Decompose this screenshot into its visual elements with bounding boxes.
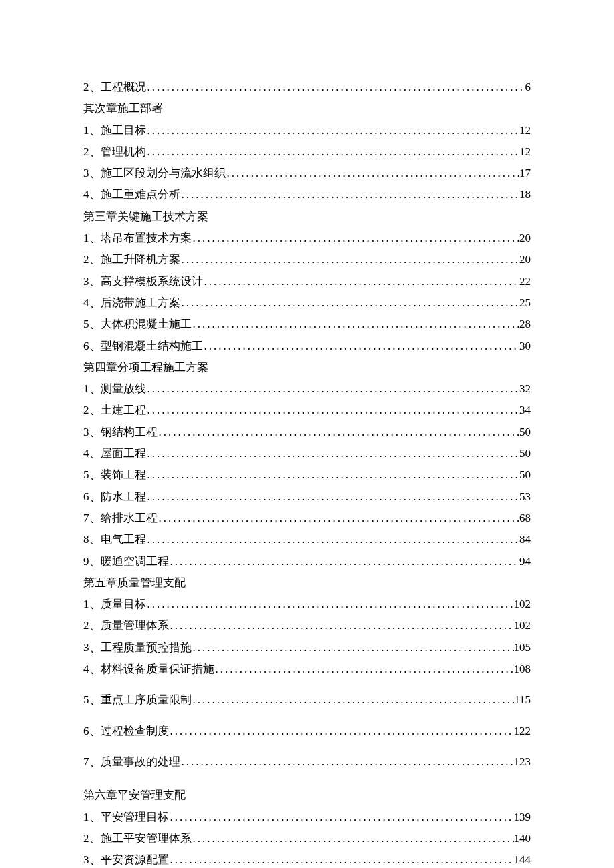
toc-entry: 4、后浇带施工方案25 xyxy=(83,292,531,314)
toc-dots xyxy=(146,400,520,421)
toc-entry: 6、防水工程53 xyxy=(83,486,531,508)
toc-entry: 3、施工区段划分与流水组织17 xyxy=(83,163,531,184)
toc-entry-page: 28 xyxy=(519,314,531,335)
toc-entry-page: 50 xyxy=(519,422,531,443)
toc-entry-page: 84 xyxy=(519,529,531,550)
toc-dots xyxy=(169,615,514,636)
toc-entry-page: 18 xyxy=(519,184,531,205)
toc-entry: 4、施工重难点分析18 xyxy=(83,184,531,205)
toc-entry: 1、平安管理目标139 xyxy=(83,807,531,828)
toc-dots xyxy=(180,184,520,205)
toc-entry: 3、平安资源配置144 xyxy=(83,849,531,868)
toc-dots xyxy=(146,594,514,615)
toc-entry-page: 6 xyxy=(525,77,531,98)
toc-entry: 6、型钢混凝土结构施工30 xyxy=(83,336,531,357)
toc-entry-page: 25 xyxy=(519,292,531,314)
toc-entry: 2、施工平安管理体系140 xyxy=(83,828,531,849)
toc-entry-page: 68 xyxy=(519,508,531,529)
toc-entry-label: 5、装饰工程 xyxy=(83,464,146,486)
toc-entry: 1、质量目标102 xyxy=(83,594,531,615)
toc-entry-label: 2、工程概况 xyxy=(83,77,146,98)
toc-entry-page: 53 xyxy=(519,486,531,508)
toc-dots xyxy=(146,464,520,486)
toc-entry-page: 140 xyxy=(514,828,531,849)
toc-dots xyxy=(146,378,520,400)
toc-dots xyxy=(146,77,525,98)
toc-dots xyxy=(169,849,514,868)
toc-entry-label: 3、工程质量预控措施 xyxy=(83,637,192,659)
toc-entry-page: 50 xyxy=(519,443,531,464)
toc-entry: 5、大体积混凝土施工28 xyxy=(83,314,531,335)
toc-section-heading: 第五章质量管理支配 xyxy=(83,572,531,594)
toc-entry-page: 12 xyxy=(519,120,531,141)
toc-entry-label: 2、施工平安管理体系 xyxy=(83,828,192,849)
toc-dots xyxy=(180,751,514,773)
toc-entry-label: 7、给排水工程 xyxy=(83,508,158,529)
toc-dots xyxy=(192,637,514,659)
toc-entry-page: 105 xyxy=(514,637,531,659)
toc-dots xyxy=(192,828,514,849)
toc-entry-page: 108 xyxy=(514,659,531,680)
toc-dots xyxy=(169,807,514,828)
toc-entry-label: 2、质量管理体系 xyxy=(83,615,169,636)
toc-entry-page: 50 xyxy=(519,464,531,486)
toc-dots xyxy=(169,721,514,742)
toc-dots xyxy=(180,292,520,314)
toc-entry: 1、测量放线32 xyxy=(83,378,531,400)
toc-entry-page: 115 xyxy=(514,689,531,711)
toc-entry: 1、施工目标12 xyxy=(83,120,531,141)
toc-dots xyxy=(214,659,514,680)
toc-entry-page: 139 xyxy=(514,807,531,828)
toc-dots xyxy=(203,271,520,292)
toc-entry-label: 7、质量事故的处理 xyxy=(83,751,180,773)
toc-entry: 6、过程检查制度122 xyxy=(83,721,531,742)
toc-dots xyxy=(192,314,520,335)
toc-entry: 5、装饰工程50 xyxy=(83,464,531,486)
toc-dots xyxy=(180,249,520,270)
toc-entry-page: 94 xyxy=(519,551,531,572)
toc-entry-label: 4、施工重难点分析 xyxy=(83,184,180,205)
toc-entry-label: 2、施工升降机方案 xyxy=(83,249,180,270)
toc-dots xyxy=(169,551,520,572)
toc-entry-label: 3、钢结构工程 xyxy=(83,422,158,443)
toc-section-heading: 其次章施工部署 xyxy=(83,98,531,119)
toc-entry-label: 3、高支撑模板系统设计 xyxy=(83,271,203,292)
toc-dots xyxy=(192,689,515,711)
toc-entry: 2、施工升降机方案20 xyxy=(83,249,531,270)
toc-entry: 3、钢结构工程50 xyxy=(83,422,531,443)
toc-entry-label: 1、平安管理目标 xyxy=(83,807,169,828)
toc-entry: 4、屋面工程50 xyxy=(83,443,531,464)
toc-entry-page: 20 xyxy=(519,228,531,249)
toc-entry: 2、管理机构12 xyxy=(83,141,531,163)
toc-dots xyxy=(146,120,520,141)
toc-entry: 5、重点工序质量限制115 xyxy=(83,689,531,711)
toc-entry-page: 144 xyxy=(514,849,531,868)
toc-dots xyxy=(226,163,520,184)
toc-entry-label: 6、型钢混凝土结构施工 xyxy=(83,336,203,357)
toc-entry-label: 3、平安资源配置 xyxy=(83,849,169,868)
toc-entry-label: 9、暖通空调工程 xyxy=(83,551,169,572)
toc-entry-label: 5、大体积混凝土施工 xyxy=(83,314,192,335)
toc-dots xyxy=(158,508,520,529)
toc-entry-label: 1、质量目标 xyxy=(83,594,146,615)
toc-entry-label: 4、后浇带施工方案 xyxy=(83,292,180,314)
toc-entry: 2、土建工程34 xyxy=(83,400,531,421)
toc-entry-page: 34 xyxy=(519,400,531,421)
toc-dots xyxy=(158,422,520,443)
toc-entry: 3、工程质量预控措施105 xyxy=(83,637,531,659)
toc-section-heading: 第四章分项工程施工方案 xyxy=(83,357,531,378)
toc-entry: 9、暖通空调工程94 xyxy=(83,551,531,572)
toc-entry: 3、高支撑模板系统设计22 xyxy=(83,271,531,292)
toc-entry-label: 6、过程检查制度 xyxy=(83,721,169,742)
toc-entry-label: 8、电气工程 xyxy=(83,529,146,550)
toc-entry: 7、质量事故的处理123 xyxy=(83,751,531,773)
toc-entry-label: 1、塔吊布置技术方案 xyxy=(83,228,192,249)
toc-entry-page: 12 xyxy=(519,141,531,163)
toc-entry: 2、工程概况6 xyxy=(83,77,531,98)
toc-entry: 4、材料设备质量保证措施108 xyxy=(83,659,531,680)
toc-entry-label: 4、材料设备质量保证措施 xyxy=(83,659,214,680)
toc-entry-page: 102 xyxy=(514,615,531,636)
toc-dots xyxy=(146,529,520,550)
toc-entry-page: 22 xyxy=(519,271,531,292)
toc-dots xyxy=(146,141,520,163)
